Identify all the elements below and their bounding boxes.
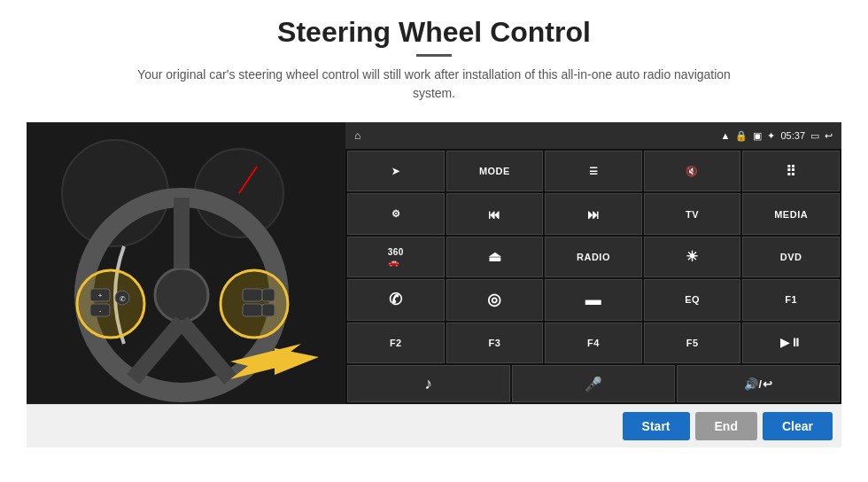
bottom-action-bar: Start End Clear — [27, 404, 841, 447]
btn-phone[interactable]: ✆ — [347, 279, 445, 320]
wifi-icon: ▲ — [721, 130, 731, 141]
svg-rect-18 — [262, 289, 275, 301]
svg-point-9 — [77, 270, 144, 338]
btn-radio[interactable]: RADIO — [545, 237, 642, 277]
sd-icon: ▣ — [753, 130, 762, 142]
btn-menu[interactable]: ☰ — [545, 151, 642, 191]
btn-eject[interactable]: ⏏ — [446, 237, 544, 277]
btn-apps[interactable]: ⠿ — [742, 151, 840, 191]
svg-point-5 — [155, 268, 208, 322]
btn-eq[interactable]: EQ — [644, 279, 741, 320]
title-section: Steering Wheel Control Your original car… — [124, 16, 744, 115]
page-title: Steering Wheel Control — [124, 16, 744, 49]
screen-icon: ▭ — [810, 130, 819, 142]
status-bar: ⌂ ▲ 🔒 ▣ ✦ 05:37 ▭ ↩ — [345, 122, 841, 149]
content-area: + - ✆ ⌂ — [27, 122, 841, 404]
btn-play-pause[interactable]: ▶⏸ — [742, 323, 840, 363]
end-button[interactable]: End — [695, 412, 757, 440]
btn-mode[interactable]: MODE — [446, 151, 544, 191]
btn-media[interactable]: MEDIA — [742, 193, 840, 234]
btn-music[interactable]: ♪ — [347, 365, 510, 402]
button-grid: ➤ MODE ☰ 🔇 ⠿ ⚙ ⏮ ⏭ TV MEDIA 360🚗 ⏏ RADIO… — [345, 149, 841, 365]
start-button[interactable]: Start — [623, 412, 690, 440]
btn-phone-call[interactable]: 🔊/↩ — [677, 365, 840, 402]
time-display: 05:37 — [780, 130, 805, 141]
svg-rect-17 — [243, 289, 262, 301]
last-row: ♪ 🎤 🔊/↩ — [345, 365, 841, 404]
btn-f5[interactable]: F5 — [644, 323, 741, 363]
btn-navigate[interactable]: ➤ — [347, 151, 445, 191]
status-right: ▲ 🔒 ▣ ✦ 05:37 ▭ ↩ — [721, 130, 833, 142]
title-divider — [416, 54, 452, 57]
btn-screen[interactable]: ▬ — [545, 279, 642, 320]
btn-swirl[interactable]: ◎ — [446, 279, 544, 320]
svg-text:+: + — [98, 292, 103, 299]
btn-360[interactable]: 360🚗 — [347, 237, 445, 277]
btn-settings[interactable]: ⚙ — [347, 193, 445, 234]
btn-dvd[interactable]: DVD — [742, 237, 840, 277]
btn-next[interactable]: ⏭ — [545, 193, 642, 234]
page-container: Steering Wheel Control Your original car… — [0, 0, 868, 482]
btn-f2[interactable]: F2 — [347, 323, 445, 363]
btn-mute[interactable]: 🔇 — [644, 151, 741, 191]
btn-tv[interactable]: TV — [644, 193, 741, 234]
btn-f3[interactable]: F3 — [446, 323, 544, 363]
clear-button[interactable]: Clear — [763, 412, 833, 440]
svg-rect-19 — [243, 304, 262, 316]
lock-icon: 🔒 — [735, 130, 748, 142]
svg-text:✆: ✆ — [120, 295, 126, 303]
steering-wheel-svg: + - ✆ — [27, 122, 345, 404]
home-icon[interactable]: ⌂ — [354, 129, 360, 142]
btn-prev[interactable]: ⏮ — [446, 193, 544, 234]
btn-f1[interactable]: F1 — [742, 279, 840, 320]
svg-text:-: - — [99, 307, 102, 315]
steering-wheel-image: + - ✆ — [27, 122, 345, 404]
bt-icon: ✦ — [767, 130, 775, 142]
svg-rect-20 — [262, 304, 275, 316]
status-left: ⌂ — [354, 129, 360, 142]
btn-microphone[interactable]: 🎤 — [512, 365, 675, 402]
back-icon[interactable]: ↩ — [825, 130, 833, 142]
control-panel: ⌂ ▲ 🔒 ▣ ✦ 05:37 ▭ ↩ ➤ MODE ☰ 🔇 — [345, 122, 841, 404]
btn-brightness[interactable]: ☀ — [644, 237, 741, 277]
page-subtitle: Your original car's steering wheel contr… — [124, 66, 744, 103]
btn-f4[interactable]: F4 — [545, 323, 642, 363]
